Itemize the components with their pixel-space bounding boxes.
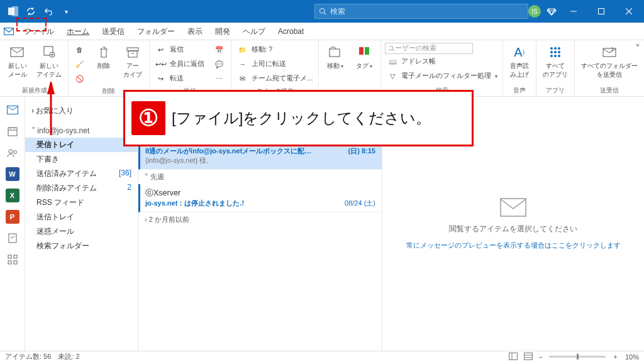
reply-button[interactable]: ↩返信 xyxy=(153,43,206,57)
annotation-highlight-box xyxy=(16,18,47,31)
nav-inbox[interactable]: 受信トレイ xyxy=(25,138,138,152)
archive-button[interactable]: アー カイブ xyxy=(120,43,145,85)
svg-point-26 xyxy=(13,151,16,154)
ribbon-group-respond: ↩返信 ↩↩全員に返信 ↪転送 📅 💬 ⋯ 返信 xyxy=(150,40,231,96)
view-normal-icon[interactable] xyxy=(509,353,518,361)
excel-app-button[interactable]: X xyxy=(6,189,19,202)
callout-number: ① xyxy=(131,101,165,135)
ribbon-group-sendreceive: すべてのフォルダー を送受信 送受信 xyxy=(575,40,644,96)
read-aloud-button[interactable]: A⟩ 音声読 み上げ xyxy=(507,43,532,80)
sendreceive-all-button[interactable]: すべてのフォルダー を送受信 xyxy=(579,43,640,80)
svg-rect-5 xyxy=(11,48,23,57)
group-label-delete: 削除 xyxy=(103,85,115,97)
todo-module-button[interactable] xyxy=(6,231,19,245)
read-aloud-icon: A⟩ xyxy=(511,44,528,60)
new-mail-button[interactable]: 新しい メール xyxy=(5,43,30,80)
zoom-in-button[interactable]: ＋ xyxy=(612,352,619,361)
view-reading-icon[interactable] xyxy=(524,353,533,361)
group-label-apps: アプリ xyxy=(546,85,565,96)
im-button[interactable]: 💬 xyxy=(212,57,227,71)
nav-deleted[interactable]: 削除済みアイテム2 xyxy=(25,181,138,195)
maximize-button[interactable] xyxy=(590,0,613,23)
delete-icon xyxy=(96,44,112,60)
new-item-button[interactable]: 新しい アイテム xyxy=(34,43,64,80)
svg-rect-34 xyxy=(524,353,532,359)
apps-grid-icon xyxy=(547,44,564,60)
menu-sendreceive[interactable]: 送受信 xyxy=(96,23,131,40)
nav-junk[interactable]: 迷惑メール xyxy=(25,224,138,239)
move-button[interactable]: 移動 xyxy=(323,43,348,72)
diamond-icon[interactable] xyxy=(546,6,557,17)
qat-customize-icon[interactable]: ▾ xyxy=(60,6,72,17)
msg-subject: 8通のメールがinfo@jo-sys.netメールボックスに配… xyxy=(145,146,311,156)
word-app-button[interactable]: W xyxy=(6,167,19,181)
sync-icon[interactable] xyxy=(25,6,36,17)
group-lastweek[interactable]: ˅ 先週 xyxy=(138,170,382,184)
more-respond-button[interactable]: ⋯ xyxy=(212,72,227,85)
undo-icon[interactable] xyxy=(43,6,54,17)
all-apps-button[interactable]: すべて のアプリ xyxy=(540,43,570,80)
delete-button[interactable]: 削除 xyxy=(91,43,116,85)
mail-module-button[interactable] xyxy=(6,103,19,117)
addressbook-button[interactable]: 📖アドレス帳 xyxy=(385,55,499,69)
mail-module-icon[interactable] xyxy=(0,28,18,35)
sendreceive-icon xyxy=(601,44,618,60)
menu-file[interactable]: ファイル xyxy=(18,23,60,40)
menu-view[interactable]: 表示 xyxy=(181,23,209,40)
deleted-count: 2 xyxy=(127,183,131,194)
archive-icon xyxy=(125,44,141,60)
nav-sent[interactable]: 送信済みアイテム[36] xyxy=(25,167,138,181)
junk-button[interactable]: 🚫 xyxy=(72,72,87,85)
forward-icon: ↪ xyxy=(155,72,167,85)
reading-hint-link[interactable]: 常にメッセージのプレビューを表示する場合はここをクリックします xyxy=(406,241,621,250)
reply-all-button[interactable]: ↩↩全員に返信 xyxy=(153,57,206,71)
search-user-input[interactable]: ユーザーの検索 xyxy=(385,43,473,54)
menu-home[interactable]: ホーム xyxy=(60,23,96,40)
nav-rss[interactable]: RSS フィード xyxy=(25,195,138,210)
cleanup-button[interactable]: 🧹 xyxy=(72,57,87,71)
powerpoint-app-button[interactable]: P xyxy=(6,210,19,224)
menu-acrobat[interactable]: Acrobat xyxy=(272,23,310,40)
svg-point-20 xyxy=(554,55,557,57)
avatar[interactable]: IS xyxy=(528,5,541,18)
svg-point-15 xyxy=(558,47,560,50)
search-input[interactable]: 検索 xyxy=(314,4,528,19)
calendar-module-button[interactable] xyxy=(6,124,19,138)
group-2months[interactable]: › 2 か月前以前 xyxy=(138,212,382,227)
group-label-voice: 音声 xyxy=(513,85,526,96)
svg-rect-30 xyxy=(8,261,11,264)
svg-rect-28 xyxy=(8,255,11,258)
more-apps-button[interactable] xyxy=(6,253,19,266)
quickstep-team[interactable]: ✉チーム宛て電子メ… xyxy=(235,72,315,85)
menu-folder[interactable]: フォルダー xyxy=(131,23,181,40)
close-button[interactable] xyxy=(618,0,640,23)
zoom-slider[interactable] xyxy=(549,356,606,358)
addressbook-icon: 📖 xyxy=(386,55,399,68)
ignore-button[interactable]: 🗑 xyxy=(72,43,87,57)
nav-search-folders[interactable]: 検索フォルダー xyxy=(25,239,138,253)
filter-icon: ▽ xyxy=(386,70,399,82)
menu-developer[interactable]: 開発 xyxy=(209,23,236,40)
msg-subject: jo-sys.net：は停止されました.! xyxy=(145,199,244,208)
minimize-button[interactable] xyxy=(562,0,585,23)
quickstep-move[interactable]: 📁移動: ? xyxy=(235,43,315,57)
quickstep-boss[interactable]: →上司に転送 xyxy=(235,57,315,71)
zoom-level: 10% xyxy=(625,353,639,361)
message-item-2[interactable]: ⓒXserver jo-sys.net：は停止されました.!08/24 (土) xyxy=(138,184,382,212)
meeting-button[interactable]: 📅 xyxy=(212,43,227,57)
statusbar: アイテム数: 56 未読: 2 − ＋ 10% xyxy=(0,351,644,362)
forward-button[interactable]: ↪転送 xyxy=(153,72,206,85)
people-module-button[interactable] xyxy=(6,146,19,160)
callout-text: [ファイル]をクリックしてください。 xyxy=(172,108,431,128)
svg-rect-32 xyxy=(501,199,526,216)
junk-icon: 🚫 xyxy=(74,72,86,85)
msg-from: ⓒXserver xyxy=(145,188,375,199)
menu-help[interactable]: ヘルプ xyxy=(236,23,272,40)
nav-drafts[interactable]: 下書き xyxy=(25,152,138,167)
nav-outbox[interactable]: 送信トレイ xyxy=(25,210,138,224)
ribbon-collapse-icon[interactable]: ˅ xyxy=(635,43,640,55)
zoom-out-button[interactable]: − xyxy=(539,353,543,361)
envelope-icon xyxy=(499,197,527,217)
filter-button[interactable]: ▽電子メールのフィルター処理 xyxy=(385,69,499,83)
tag-button[interactable]: タグ xyxy=(352,43,377,72)
